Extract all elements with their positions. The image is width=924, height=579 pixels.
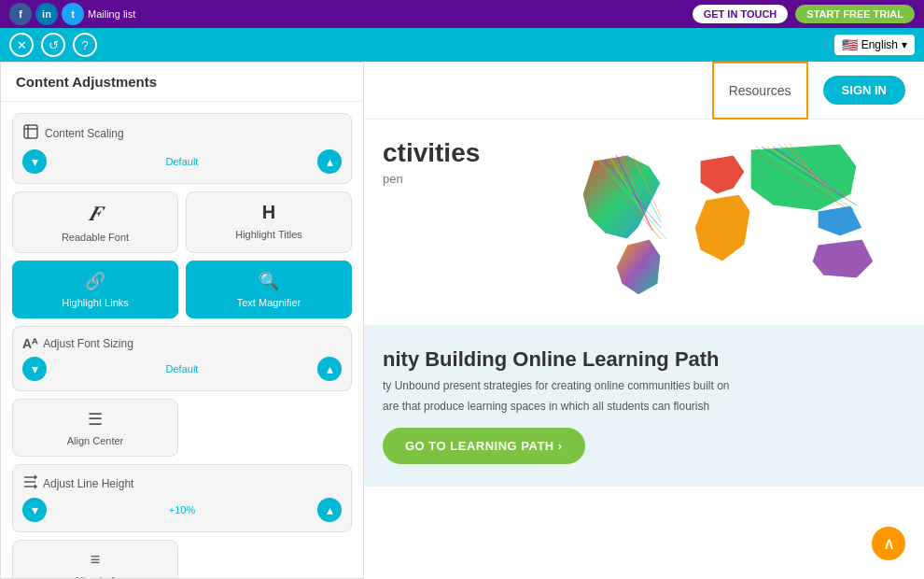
font-sizing-value: Default (47, 363, 317, 374)
chevron-up-icon: ▴ (327, 502, 333, 517)
align-center-item[interactable]: ☰ Align Center (12, 399, 178, 457)
highlight-titles-icon: H (262, 202, 275, 223)
line-height-increment[interactable]: ▴ (317, 498, 342, 522)
close-button[interactable]: ✕ (9, 33, 34, 57)
chevron-up-icon: ∧ (883, 533, 895, 554)
navigation-bar: Resources SIGN IN (364, 62, 924, 120)
resources-nav-item[interactable]: Resources (712, 62, 808, 120)
content-scaling-stepper: ▾ Default ▴ (22, 149, 342, 174)
twitter-icon[interactable]: t (62, 3, 84, 25)
content-scaling-decrement[interactable]: ▾ (22, 149, 47, 174)
panel-header: Content Adjustments (1, 63, 363, 102)
hero-text: ctivities pen (383, 138, 532, 186)
adjust-font-sizing-label: Adjust Font Sizing (43, 337, 133, 350)
reset-button[interactable]: ↺ (41, 33, 65, 57)
help-button[interactable]: ? (73, 33, 97, 57)
main-area: Content Adjustments Content Scaling ▾ (0, 62, 924, 579)
align-center-icon: ☰ (88, 409, 103, 430)
scroll-up-button[interactable]: ∧ (872, 527, 905, 560)
close-icon: ✕ (17, 38, 27, 52)
adjust-font-sizing-item[interactable]: Aᴬ Adjust Font Sizing ▾ Default ▴ (12, 326, 352, 391)
highlight-titles-label: Highlight Titles (235, 229, 302, 240)
learning-desc-line2: are that produce learning spaces in whic… (383, 400, 756, 413)
top-bar: f in t Mailing list GET IN TOUCH START F… (0, 0, 924, 28)
linkedin-icon[interactable]: in (35, 3, 58, 25)
help-icon: ? (81, 38, 88, 52)
align-left-icon: ≡ (91, 550, 101, 570)
content-scaling-icon (22, 123, 39, 144)
highlight-titles-item[interactable]: H Highlight Titles (186, 191, 352, 253)
chevron-down-icon: ▾ (32, 154, 38, 169)
line-height-decrement[interactable]: ▾ (22, 498, 47, 522)
text-magnifier-item[interactable]: 🔍 Text Magnifier (186, 261, 352, 318)
world-map (551, 138, 905, 306)
text-magnifier-label: Text Magnifier (237, 297, 301, 308)
highlight-links-label: Highlight Links (62, 297, 129, 308)
readable-font-icon: 𝑭 (89, 202, 102, 226)
facebook-icon[interactable]: f (9, 3, 32, 25)
line-height-value: +10% (47, 504, 317, 515)
mailing-list-link[interactable]: Mailing list (88, 8, 135, 20)
align-left-item[interactable]: ≡ Align Left (12, 540, 178, 579)
readable-font-label: Readable Font (62, 232, 129, 243)
language-label: English (861, 38, 898, 51)
learning-desc-line1: ty Unbound present strategies for creati… (383, 379, 756, 392)
svg-rect-0 (24, 125, 37, 138)
font-sizing-stepper: ▾ Default ▴ (22, 357, 342, 381)
adjust-line-height-icon (22, 474, 37, 492)
adjust-font-sizing-icon: Aᴬ (22, 336, 37, 351)
content-scaling-value: Default (47, 156, 317, 167)
reset-icon: ↺ (49, 38, 59, 52)
panel-grid: Content Scaling ▾ Default ▴ 𝑭 Readable F… (1, 102, 363, 579)
font-sizing-increment[interactable]: ▴ (317, 357, 342, 381)
accessibility-bar: ✕ ↺ ? 🇺🇸 English ▾ (0, 28, 924, 62)
content-scaling-item[interactable]: Content Scaling ▾ Default ▴ (12, 113, 352, 184)
content-scaling-increment[interactable]: ▴ (317, 149, 342, 174)
start-trial-button[interactable]: START FREE TRIAL (795, 5, 915, 23)
right-content-area: Resources SIGN IN ctivities pen (364, 62, 924, 579)
chevron-up-icon: ▴ (327, 361, 333, 376)
align-center-label: Align Center (67, 435, 124, 446)
text-magnifier-icon: 🔍 (259, 271, 279, 291)
chevron-down-icon: ▾ (902, 38, 907, 51)
highlight-links-item[interactable]: 🔗 Highlight Links (12, 261, 178, 318)
content-scaling-label: Content Scaling (45, 127, 124, 140)
learning-section: nity Building Online Learning Path ty Un… (364, 325, 924, 487)
line-height-stepper: ▾ +10% ▴ (22, 498, 342, 522)
font-sizing-decrement[interactable]: ▾ (22, 357, 47, 381)
adjust-line-height-item[interactable]: Adjust Line Height ▾ +10% ▴ (12, 464, 352, 532)
learning-title: nity Building Online Learning Path (383, 347, 905, 372)
chevron-down-icon: ▾ (32, 502, 38, 517)
adjust-line-height-label: Adjust Line Height (43, 477, 133, 490)
readable-font-item[interactable]: 𝑭 Readable Font (12, 191, 178, 253)
chevron-up-icon: ▴ (327, 154, 333, 169)
chevron-down-icon: ▾ (32, 361, 38, 376)
accessibility-panel: Content Adjustments Content Scaling ▾ (0, 62, 364, 579)
learning-path-button[interactable]: GO TO LEARNING PATH › (383, 428, 585, 464)
hero-section: ctivities pen (364, 120, 924, 325)
language-flag: 🇺🇸 (842, 37, 858, 52)
hero-title: ctivities (383, 138, 532, 168)
get-in-touch-button[interactable]: GET IN TOUCH (693, 5, 789, 23)
hero-subtitle: pen (383, 172, 532, 186)
social-links: f in t Mailing list (9, 0, 135, 28)
highlight-links-icon: 🔗 (85, 271, 105, 291)
align-left-label: Align Left (74, 575, 117, 579)
language-selector[interactable]: 🇺🇸 English ▾ (834, 35, 915, 55)
sign-in-button[interactable]: SIGN IN (823, 76, 905, 105)
